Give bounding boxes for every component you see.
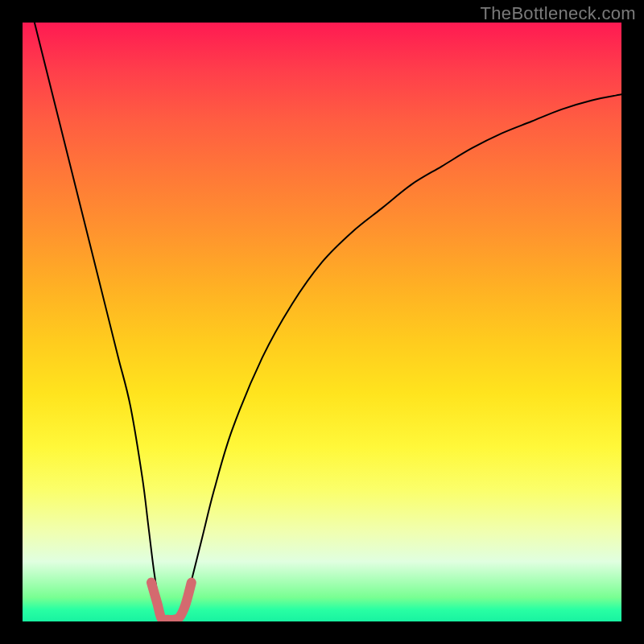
bottleneck-curve: [35, 23, 621, 621]
chart-frame: TheBottleneck.com: [0, 0, 644, 644]
highlight-bottom: [151, 583, 192, 621]
chart-svg: [23, 23, 621, 621]
watermark-text: TheBottleneck.com: [481, 3, 636, 24]
chart-plot-area: [23, 23, 621, 621]
